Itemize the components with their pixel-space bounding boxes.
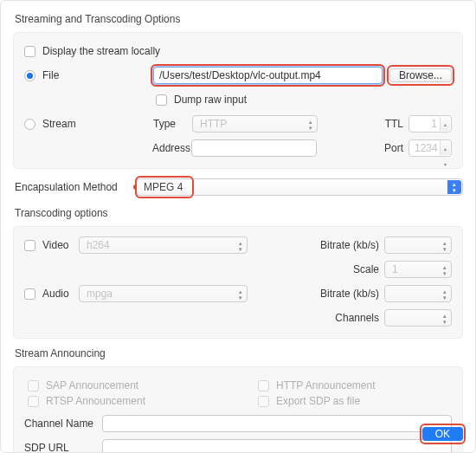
channels-select[interactable]: ▴▾ [384,309,452,327]
chevrons-icon: ▴▾ [443,288,447,301]
stepper-icon[interactable]: ▴▾ [440,117,450,131]
address-label: Address [152,142,191,154]
display-locally-checkbox[interactable] [24,46,35,57]
video-codec-select[interactable]: h264 ▴▾ [79,236,248,254]
ok-button[interactable]: OK [422,427,463,441]
sdp-url-label: SDP URL [24,442,102,453]
file-path-input[interactable]: /Users/test/Desktop/vlc-output.mp4 [153,67,383,84]
audio-label: Audio [42,288,79,300]
section-title: Streaming and Transcoding Options [15,13,463,25]
scale-label: Scale [318,263,379,275]
export-sdp-checkbox[interactable] [258,396,269,407]
encapsulation-select[interactable]: MPEG 4 ▴▾ [136,178,463,196]
announcing-group: SAP Announcement RTSP Announcement HTTP … [13,366,463,453]
chevrons-icon: ▴▾ [443,264,447,276]
transcoding-title: Transcoding options [15,207,463,219]
channel-name-input[interactable] [102,415,452,432]
http-ann-checkbox[interactable] [258,380,269,392]
port-stepper[interactable]: 1234 ▴▾ [408,139,452,157]
rtsp-checkbox[interactable] [28,396,39,407]
audio-bitrate-select[interactable]: ▴▾ [384,285,452,302]
announcing-title: Stream Announcing [15,347,463,359]
chevrons-icon: ▴▾ [239,288,242,301]
stream-type-select[interactable]: HTTP ▴▾ [192,115,318,133]
audio-checkbox[interactable] [24,288,35,300]
sap-checkbox[interactable] [28,380,39,392]
ttl-label: TTL [385,118,403,130]
browse-button[interactable]: Browse... [389,68,452,82]
export-sdp-label: Export SDP as file [276,395,360,407]
dump-raw-label: Dump raw input [174,94,247,106]
video-label: Video [42,239,79,251]
output-group: Display the stream locally File /Users/t… [13,32,463,169]
channel-name-label: Channel Name [24,417,102,430]
chevrons-icon: ▴▾ [443,240,447,252]
dump-raw-checkbox[interactable] [156,94,167,106]
chevrons-icon: ▴▾ [443,313,447,325]
transcoding-group: Video h264 ▴▾ Bitrate (kb/s) ▴▾ Scale 1 … [13,226,463,339]
scale-select[interactable]: 1 ▴▾ [384,261,452,278]
video-checkbox[interactable] [24,240,35,251]
file-radio[interactable] [24,70,35,81]
stepper-icon[interactable]: ▴▾ [440,141,450,155]
ttl-stepper[interactable]: 1 ▴▾ [408,115,452,133]
address-input[interactable] [191,139,317,157]
chevrons-icon: ▴▾ [447,180,461,194]
audio-bitrate-label: Bitrate (kb/s) [318,288,379,300]
chevrons-icon: ▴▾ [309,119,312,131]
stream-radio[interactable] [24,119,35,130]
sap-label: SAP Announcement [46,379,138,392]
audio-codec-select[interactable]: mpga ▴▾ [79,285,248,302]
channels-label: Channels [318,312,379,324]
file-label: File [42,69,84,81]
display-locally-label: Display the stream locally [42,45,160,57]
sdp-url-input[interactable] [102,439,452,453]
type-label: Type [153,118,192,130]
video-bitrate-select[interactable]: ▴▾ [384,236,452,254]
http-ann-label: HTTP Announcement [276,379,376,392]
port-label: Port [384,142,403,154]
stream-label: Stream [42,118,84,130]
rtsp-label: RTSP Announcement [46,395,145,407]
video-bitrate-label: Bitrate (kb/s) [318,239,379,251]
chevrons-icon: ▴▾ [239,240,242,252]
